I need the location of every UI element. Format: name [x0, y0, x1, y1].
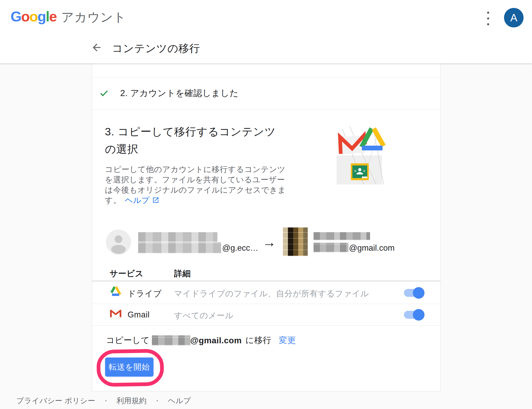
destination-avatar-redacted — [283, 227, 308, 256]
copy-prefix: コピーして — [106, 335, 150, 346]
transfer-arrow-icon: → — [262, 234, 276, 250]
page-title: コンテンツの移行 — [112, 41, 200, 56]
divider — [92, 325, 440, 326]
avatar-letter: A — [510, 12, 517, 24]
kebab-menu-icon[interactable] — [485, 11, 491, 26]
classroom-icon — [351, 163, 369, 180]
divider — [92, 110, 440, 110]
content-card: 2. アカウントを確認しました 3. コピーして移行するコンテンツ の選択 コピ… — [92, 63, 441, 391]
step2-label: 2. アカウントを確認しました — [120, 87, 239, 99]
description-line: コピーして他のアカウントに移行するコンテンツ — [105, 164, 286, 174]
step3-title-line1: 3. コピーして移行するコンテンツ — [105, 123, 276, 140]
wordmark-letter: o — [21, 8, 29, 24]
wordmark-letter: o — [29, 8, 38, 24]
product-name: アカウント — [61, 9, 126, 26]
source-avatar person-silhouette-icon — [106, 230, 131, 255]
account-avatar[interactable]: A — [504, 8, 524, 27]
app-header: Google アカウント A コンテンツの移行 — [0, 0, 532, 63]
step3-title-line2: の選択 — [105, 140, 276, 158]
redacted-source-email — [138, 242, 221, 253]
destination-email-suffix: @gmail.com — [349, 243, 395, 253]
service-detail-drive: マイドライブのファイル、自分が所有するファイル — [174, 288, 369, 299]
google-wordmark: Google — [11, 8, 57, 25]
toggle-thumb — [413, 287, 424, 299]
service-name-gmail: Gmail — [128, 310, 150, 320]
service-detail-gmail: すべてのメール — [174, 310, 234, 321]
description-line: は今後もオリジナルのファイルにアクセスできま — [105, 185, 286, 195]
description-line-last: す。ヘルプ — [105, 195, 286, 206]
help-link[interactable]: ヘルプ — [125, 196, 150, 204]
source-email-suffix: @g.ecc… — [222, 243, 258, 253]
footer-link-terms[interactable]: 利用規約 — [116, 396, 147, 406]
divider — [92, 304, 440, 304]
start-transfer-button[interactable]: 転送を開始 — [105, 358, 153, 377]
gmail-toggle-switch[interactable] — [404, 311, 423, 319]
column-header-service: サービス — [110, 268, 143, 279]
redacted-source-name — [138, 232, 217, 242]
step3-title: 3. コピーして移行するコンテンツ の選択 — [105, 123, 276, 158]
description-line: を選択します。ファイルを共有しているユーザー — [105, 174, 286, 185]
footer-separator: ・ — [154, 397, 161, 405]
redacted-copy-email — [152, 335, 190, 345]
change-link[interactable]: 変更 — [279, 335, 296, 346]
step3-description: コピーして他のアカウントに移行するコンテンツ を選択します。ファイルを共有してい… — [105, 164, 286, 206]
copy-destination-row: コピーして @gmail.com に移行 変更 — [106, 335, 296, 346]
wordmark-letter: g — [38, 8, 46, 24]
wordmark-letter: G — [11, 8, 21, 24]
drive-toggle-switch[interactable] — [404, 289, 423, 297]
wordmark-letter: l — [46, 8, 49, 24]
redacted-destination-name — [314, 232, 370, 240]
toggle-thumb — [413, 309, 424, 321]
drive-icon — [110, 286, 122, 298]
redacted-destination-email — [314, 243, 348, 252]
copy-email-suffix: @gmail.com — [190, 336, 242, 345]
check-icon — [99, 88, 109, 98]
footer: プライバシー ポリシー ・ 利用規約 ・ ヘルプ — [16, 396, 191, 406]
gmail-drive-classroom-illustration — [334, 124, 387, 184]
footer-link-privacy[interactable]: プライバシー ポリシー — [16, 396, 95, 406]
divider — [92, 77, 440, 77]
column-header-detail: 詳細 — [174, 268, 191, 279]
drive-yellow — [374, 129, 384, 146]
google-account-logo[interactable]: Google アカウント — [11, 8, 126, 26]
page: Google アカウント A コンテンツの移行 2. アカウントを確認しました … — [0, 0, 532, 409]
service-name-drive: ドライブ — [128, 288, 162, 299]
footer-separator: ・ — [103, 397, 109, 405]
table-header-divider — [92, 281, 440, 281]
copy-suffix: に移行 — [245, 335, 271, 346]
footer-link-help[interactable]: ヘルプ — [168, 396, 191, 406]
subheader: コンテンツの移行 — [0, 40, 532, 58]
description-line: す。 — [105, 196, 121, 204]
back-arrow-icon[interactable] — [91, 42, 102, 53]
external-link-icon[interactable] — [152, 196, 159, 206]
gmail-icon — [110, 309, 122, 320]
wordmark-letter: e — [49, 8, 57, 24]
